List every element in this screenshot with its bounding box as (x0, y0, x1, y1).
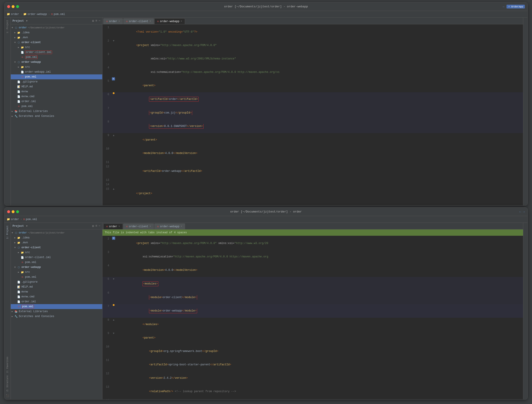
tree-item-mvnw-cmd-2[interactable]: 📄 mvnw.cmd (11, 294, 102, 299)
tree-item-idea-2[interactable]: ▶ 📁 .idea (11, 235, 102, 240)
nav-forward-icon-2[interactable]: → (523, 210, 525, 214)
tree-item-mvn[interactable]: ▶ 📁 .mvn (11, 35, 102, 40)
panel-dropdown-icon[interactable]: ▼ (26, 20, 27, 22)
tree-item-mvnw[interactable]: 📄 mvnw (11, 89, 102, 94)
code-line-5: 5 m <parent> (103, 79, 523, 92)
tree-item-src-client-2[interactable]: ▶ 📁 src (11, 250, 102, 255)
breadcrumb-pom-2[interactable]: m pom.xml (23, 218, 37, 221)
tree-item-order-client[interactable]: ▼ ⬡ order-client (11, 40, 102, 45)
tab-bar-2: m order × m order-client × m order-webap… (103, 223, 523, 229)
tree-item-help-2[interactable]: 📝 HELP.md (11, 284, 102, 289)
arrow-order-client-2: ▼ (14, 246, 17, 249)
tree-item-src-client[interactable]: ▶ 📁 src (11, 45, 102, 50)
structure-label[interactable]: Z: Structure (6, 375, 9, 391)
tab-order-2[interactable]: m order × (103, 223, 123, 229)
breadcrumb-webapp[interactable]: 📁 order-webapp (23, 13, 47, 16)
tab-close-client-1[interactable]: × (150, 20, 151, 23)
nav-back-icon[interactable]: ← (503, 5, 505, 8)
tree-item-scratches[interactable]: ▶ 🔧 Scratches and Consoles (11, 114, 102, 119)
tree-item-order-webapp-2[interactable]: ▼ ⬡ order-webapp (11, 265, 102, 270)
tree-item-ext-libs[interactable]: ▶ 📚 External Libraries (11, 109, 102, 114)
tab-close-webapp-1[interactable]: × (181, 20, 182, 23)
editor-content-1[interactable]: 1 <?xml version="1.0" encoding="UTF-8"?>… (103, 24, 523, 205)
breadcrumb-order[interactable]: 📁 order (7, 13, 19, 16)
window-title-2: order [~/Documents/jzjtest/order] - orde… (230, 210, 302, 213)
maximize-button-1[interactable] (16, 5, 19, 8)
tree-item-gitignore[interactable]: 📄 .gitignore (11, 79, 102, 84)
tab-order-webapp-2[interactable]: m order-webapp × (154, 223, 185, 229)
arrow-order-webapp-2: ▼ (14, 266, 17, 269)
fold-icon-2-8[interactable]: ▲ (113, 318, 115, 322)
info-bar-text: This file is indented with tabs instead … (105, 231, 187, 234)
code-line-2-13: 13 <relativePath/> <!-- lookup parent fr… (103, 385, 523, 398)
tree-item-order-client-2[interactable]: ▼ ⬡ order-client (11, 245, 102, 250)
favorites-label[interactable]: 2: Favorites (6, 357, 9, 373)
editor-area-2: m order × m order-client × m order-webap… (103, 223, 523, 399)
fold-icon-2[interactable]: ▼ (113, 39, 115, 43)
tree-item-webapp-iml[interactable]: 📄 order-webapp.iml (11, 69, 102, 74)
tab-close-client-2[interactable]: × (150, 225, 151, 228)
module-icon-order: ⬡ (14, 26, 18, 30)
fold-icon-2-5[interactable]: ▼ (113, 277, 115, 281)
tab-close-webapp-2[interactable]: × (181, 225, 182, 228)
tree-item-order-root-2[interactable]: ▼ ⬡ order ~/Documents/jzjtest/order (11, 230, 102, 235)
gear-icon-2[interactable]: ⚙ (92, 224, 94, 228)
minimize-button-1[interactable] (12, 5, 14, 8)
code-line-2-11: 11 <artifactId>spring-boot-starter-paren… (103, 358, 523, 371)
tree-item-client-iml-2[interactable]: 📄 order-client.iml (11, 255, 102, 260)
tree-item-pom-root[interactable]: m pom.xml (11, 104, 102, 109)
tree-item-ext-libs-2[interactable]: ▶ 📚 External Libraries (11, 309, 102, 314)
tree-item-mvnw-cmd[interactable]: 📄 mvnw.cmd (11, 94, 102, 99)
tree-item-scratches-2[interactable]: ▶ 🔧 Scratches and Consoles (11, 314, 102, 319)
tab-order-1[interactable]: m order × (103, 18, 123, 24)
tree-item-pom-client-2[interactable]: m pom.xml (11, 260, 102, 265)
line-num-5: 5 (103, 79, 111, 83)
tab-order-client-1[interactable]: m order-client × (123, 18, 154, 24)
tab-order-webapp-1[interactable]: m order-webapp × (154, 18, 185, 24)
tab-close-order-1[interactable]: × (119, 20, 120, 23)
collapse-icon-2[interactable]: − (99, 224, 100, 228)
breadcrumb-pom[interactable]: m pom.xml (51, 13, 65, 16)
nav-back-icon-2[interactable]: ← (519, 210, 521, 214)
tree-item-src-webapp-2[interactable]: ▶ 📁 src (11, 270, 102, 275)
close-button-1[interactable] (7, 5, 10, 8)
window-title-1: order [~/Documents/jzjtest/order] - orde… (224, 5, 308, 8)
tree-item-src-webapp[interactable]: ▶ 📁 src (11, 65, 102, 69)
panel-dropdown-icon-2[interactable]: ▼ (26, 225, 27, 227)
tree-item-help[interactable]: 📝 HELP.md (11, 84, 102, 89)
arrow-src-webapp: ▶ (18, 66, 21, 68)
tab-order-client-2[interactable]: m order-client × (123, 223, 154, 229)
tree-item-pom-webapp[interactable]: m pom.xml (11, 74, 102, 79)
tree-item-gitignore-2[interactable]: 📄 .gitignore (11, 279, 102, 284)
minimize-button-2[interactable] (12, 210, 14, 213)
tree-item-client-iml[interactable]: 📄 order-client.iml (11, 50, 102, 55)
gear-icon-1[interactable]: ⚙ (92, 19, 94, 23)
tree-item-pom-webapp-2[interactable]: m pom.xml (11, 275, 102, 279)
fold-icon-2-9[interactable]: ▼ (113, 331, 115, 336)
collapse-icon-1[interactable]: − (99, 19, 100, 23)
tree-item-mvnw-2[interactable]: 📄 mvnw (11, 289, 102, 294)
breadcrumb-order-2[interactable]: 📁 order (7, 218, 19, 221)
code-content-2-13: <relativePath/> <!-- lookup parent from … (116, 385, 523, 398)
tree-item-order-webapp[interactable]: ▼ ⬡ order-webapp (11, 60, 102, 65)
fold-icon-2-14[interactable]: ▲ (113, 398, 115, 399)
tree-item-order-iml[interactable]: 📄 order.iml (11, 99, 102, 104)
project-panel-label-2[interactable]: 1: Project (6, 226, 9, 239)
fold-icon-15[interactable]: ▲ (113, 187, 115, 191)
order-app-button[interactable]: ⚡ OrderApp (506, 5, 525, 8)
tree-item-order-iml-2[interactable]: 📄 order.iml (11, 299, 102, 304)
editor-content-2[interactable]: 2 m <project xmlns="http://maven.apache.… (103, 236, 523, 399)
close-button-2[interactable] (7, 210, 10, 213)
tree-item-idea[interactable]: ▶ 📁 .idea (11, 30, 102, 35)
project-panel-label-1[interactable]: 1: Project (6, 20, 9, 33)
tree-item-mvn-2[interactable]: ▶ 📁 .mvn (11, 240, 102, 245)
item-label-mvnw-cmd: mvnw.cmd (21, 95, 34, 98)
tab-close-order-2[interactable]: × (119, 225, 120, 228)
fold-icon-9[interactable]: ▲ (113, 133, 115, 138)
tree-item-pom-root-2[interactable]: m pom.xml (11, 304, 102, 309)
settings-icon-1[interactable]: ≡ (95, 19, 97, 23)
tree-item-order-root[interactable]: ▼ ⬡ order ~/Documents/jzjtest/order (11, 25, 102, 30)
maximize-button-2[interactable] (16, 210, 19, 213)
tree-item-pom-client[interactable]: m pom.xml (11, 55, 102, 60)
settings-icon-2[interactable]: ≡ (95, 224, 97, 228)
